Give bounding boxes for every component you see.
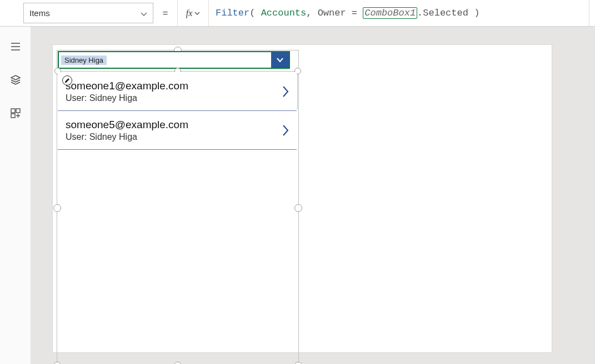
resize-handle[interactable] [294,362,302,364]
svg-rect-2 [11,114,15,118]
formula-bar-end [589,0,595,26]
chevron-down-icon [141,10,147,17]
gallery-item[interactable]: someone5@example.com User: Sidney Higa [58,111,297,150]
gallery-item-user: User: Sidney Higa [66,132,188,142]
tok-controlref: ComboBox1 [363,7,417,19]
combobox-chip[interactable]: Sidney Higa [61,55,107,65]
chevron-down-icon [194,11,200,16]
tok-func: Filter [216,8,249,18]
gallery-item-user: User: Sidney Higa [66,93,188,103]
tok-field: Owner [318,8,346,18]
chevron-right-icon [282,124,289,136]
gallery-item-email: someone1@example.com [66,80,188,92]
gallery-item-info: someone5@example.com User: Sidney Higa [66,119,188,142]
gallery-item-info: someone1@example.com User: Sidney Higa [66,80,188,103]
resize-handle[interactable] [174,362,182,364]
tok-datasource: Accounts [261,8,307,18]
fx-button[interactable]: fx [178,0,209,26]
property-selector[interactable]: Items [23,3,153,23]
left-rail [0,27,31,364]
chevron-down-icon [276,56,284,64]
owner-combobox[interactable]: Sidney Higa [58,51,290,69]
svg-rect-1 [16,109,20,113]
gallery-item-navigate[interactable] [280,125,291,136]
gallery[interactable]: someone1@example.com User: Sidney Higa s… [58,72,297,150]
formula-input[interactable]: Filter( Accounts, Owner = ComboBox1.Sele… [209,0,589,26]
tok-suffix: .Selected [417,8,468,18]
gallery-item-email: someone5@example.com [66,119,188,131]
svg-rect-0 [11,109,15,113]
combobox-dropdown-button[interactable] [271,52,289,68]
gallery-item-navigate[interactable] [280,86,291,97]
layers-icon[interactable] [10,74,21,88]
hamburger-icon[interactable] [10,41,21,54]
property-name: Items [29,8,50,18]
edit-template-icon[interactable] [62,75,72,85]
gallery-item[interactable]: someone1@example.com User: Sidney Higa [58,72,297,111]
resize-handle[interactable] [53,362,61,364]
fx-label: fx [186,8,193,18]
insert-icon[interactable] [10,108,21,121]
equals-sign: = [153,0,178,26]
canvas[interactable]: Sidney Higa someone1@example.com User: S… [31,27,595,364]
chevron-right-icon [282,85,289,98]
formula-bar: Items = fx Filter( Accounts, Owner = Com… [0,0,595,27]
